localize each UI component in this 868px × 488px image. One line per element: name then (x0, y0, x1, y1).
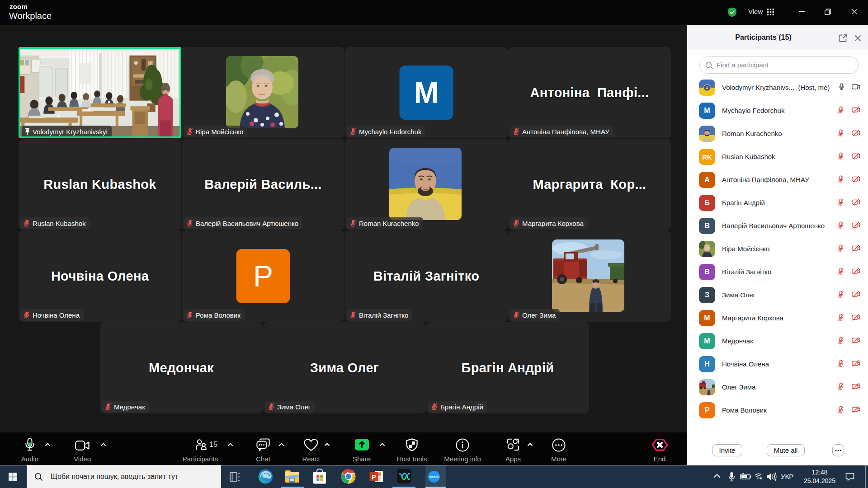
svg-text:P: P (372, 474, 376, 481)
